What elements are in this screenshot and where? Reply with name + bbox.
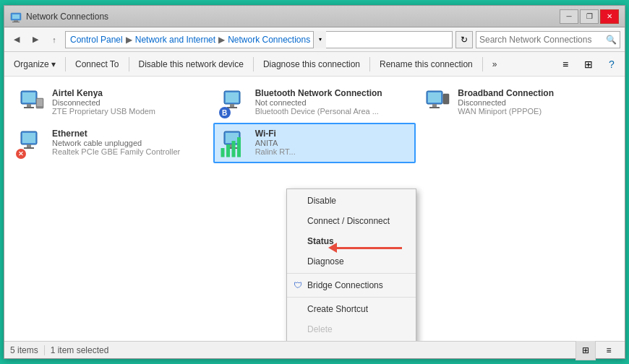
- svg-rect-17: [429, 107, 440, 108]
- svg-rect-3: [12, 22, 20, 22]
- content-area: Airtel Kenya Disconnected ZTE Proprietar…: [4, 77, 625, 341]
- address-dropdown-btn[interactable]: ▾: [313, 31, 326, 48]
- ethernet-info: Ethernet Network cable unplugged Realtek…: [52, 129, 206, 156]
- bluetooth-status: Not connected: [255, 98, 409, 107]
- title-bar-left: Network Connections: [10, 11, 108, 22]
- title-bar: Network Connections ─ ❐ ✕: [4, 6, 625, 27]
- rename-button[interactable]: Rename this connection: [373, 54, 479, 74]
- bluetooth-info: Bluetooth Network Connection Not connect…: [255, 88, 409, 116]
- breadcrumb-control-panel[interactable]: Control Panel: [70, 35, 123, 45]
- ctx-sep-1: [287, 273, 416, 274]
- ethernet-disconnect-badge: ✕: [16, 149, 26, 159]
- context-menu: Disable Connect / Disconnect Status Diag…: [286, 188, 416, 341]
- svg-rect-29: [231, 141, 235, 157]
- diagnose-button[interactable]: Diagnose this connection: [257, 54, 367, 74]
- connection-wifi[interactable]: Wi-Fi ANITA Ralink RT...: [213, 123, 416, 163]
- ctx-bridge-label: Bridge Connections: [307, 280, 383, 290]
- view-details-button[interactable]: ≡: [555, 54, 575, 74]
- airtel-icon: [17, 88, 46, 117]
- address-bar: ◀ ▶ ↑ Control Panel ▶ Network and Intern…: [4, 27, 625, 52]
- toolbar-right: ≡ ⊞ ?: [555, 54, 622, 74]
- ctx-bridge[interactable]: 🛡 Bridge Connections: [287, 275, 416, 295]
- wifi-name: Wi-Fi: [255, 129, 409, 139]
- toolbar: Organize ▾ Connect To Disable this netwo…: [4, 52, 625, 77]
- search-box[interactable]: 🔍: [476, 31, 620, 48]
- svg-rect-9: [37, 99, 43, 106]
- arrow-line: [337, 247, 402, 249]
- airtel-info: Airtel Kenya Disconnected ZTE Proprietar…: [52, 88, 206, 116]
- svg-rect-16: [432, 104, 437, 107]
- status-arrow: [328, 243, 402, 253]
- refresh-button[interactable]: ↻: [455, 31, 473, 48]
- ctx-rename[interactable]: 🛡 Rename: [287, 339, 416, 341]
- connection-bluetooth[interactable]: B Bluetooth Network Connection Not conne…: [213, 82, 416, 123]
- address-input[interactable]: Control Panel ▶ Network and Internet ▶ N…: [65, 31, 453, 48]
- svg-rect-18: [443, 94, 449, 104]
- status-view-list[interactable]: ⊞: [575, 340, 596, 360]
- bluetooth-device: Bluetooth Device (Personal Area ...: [255, 107, 409, 116]
- bluetooth-name: Bluetooth Network Connection: [255, 88, 409, 98]
- svg-rect-28: [226, 144, 230, 157]
- disable-button[interactable]: Disable this network device: [132, 54, 250, 74]
- bluetooth-badge: B: [219, 107, 231, 118]
- svg-rect-27: [221, 148, 224, 157]
- ctx-connect-label: Connect / Disconnect: [307, 216, 390, 226]
- connection-ethernet[interactable]: ✕ Ethernet Network cable unplugged Realt…: [10, 123, 213, 163]
- ethernet-icon: ✕: [17, 129, 46, 157]
- ethernet-device: Realtek PCIe GBE Family Controller: [52, 147, 206, 156]
- forward-button[interactable]: ▶: [27, 32, 43, 48]
- close-button[interactable]: ✕: [600, 9, 619, 24]
- ctx-sep-2: [287, 297, 416, 298]
- connect-to-button[interactable]: Connect To: [69, 54, 126, 74]
- broadband-status: Disconnected: [458, 98, 612, 107]
- view-tiles-button[interactable]: ⊞: [578, 54, 599, 74]
- back-button[interactable]: ◀: [9, 32, 25, 48]
- arrow-head: [328, 243, 337, 253]
- broadband-info: Broadband Connection Disconnected WAN Mi…: [458, 88, 612, 116]
- ctx-diagnose[interactable]: Diagnose: [287, 251, 416, 272]
- up-button[interactable]: ↑: [46, 32, 62, 48]
- connection-airtel[interactable]: Airtel Kenya Disconnected ZTE Proprietar…: [10, 82, 213, 123]
- ctx-delete-label: Delete: [307, 324, 333, 334]
- ctx-shortcut[interactable]: Create Shortcut: [287, 299, 416, 319]
- wifi-info: Wi-Fi ANITA Ralink RT...: [255, 129, 409, 156]
- toolbar-sep-2: [129, 57, 129, 72]
- ctx-connect-disconnect[interactable]: Connect / Disconnect: [287, 211, 416, 231]
- minimize-button[interactable]: ─: [560, 9, 578, 24]
- breadcrumb-network-connections[interactable]: Network Connections: [228, 35, 310, 45]
- svg-rect-15: [428, 92, 441, 103]
- svg-rect-5: [22, 92, 35, 103]
- svg-rect-11: [226, 92, 239, 103]
- svg-rect-30: [237, 137, 241, 157]
- organize-button[interactable]: Organize ▾: [7, 54, 62, 74]
- airtel-device: ZTE Proprietary USB Modem: [52, 107, 206, 116]
- status-separator: [44, 345, 45, 355]
- help-button[interactable]: ?: [602, 54, 622, 74]
- wifi-icon: [221, 129, 249, 157]
- svg-rect-7: [24, 107, 34, 108]
- connection-broadband[interactable]: Broadband Connection Disconnected WAN Mi…: [416, 82, 619, 123]
- window-icon: [10, 11, 22, 22]
- ctx-disable[interactable]: Disable: [287, 191, 416, 211]
- title-bar-controls: ─ ❐ ✕: [560, 9, 619, 24]
- broadband-icon: [423, 88, 452, 117]
- main-window: Network Connections ─ ❐ ✕ ◀ ▶ ↑ Control …: [4, 5, 625, 359]
- svg-rect-1: [12, 14, 20, 19]
- wifi-status: ANITA: [255, 139, 409, 147]
- connections-grid: Airtel Kenya Disconnected ZTE Proprietar…: [4, 77, 625, 169]
- ctx-diagnose-label: Diagnose: [307, 256, 344, 266]
- more-button[interactable]: »: [486, 54, 504, 74]
- ctx-delete: Delete: [287, 319, 416, 339]
- breadcrumb-network-internet[interactable]: Network and Internet: [135, 35, 215, 45]
- airtel-name: Airtel Kenya: [52, 88, 206, 98]
- svg-rect-2: [14, 20, 18, 22]
- status-view-details[interactable]: ≡: [599, 340, 619, 360]
- wifi-signal-icon: [219, 130, 248, 159]
- selected-text: 1 item selected: [51, 345, 109, 355]
- search-input[interactable]: [479, 35, 606, 45]
- broadband-device: WAN Miniport (PPPOE): [458, 107, 612, 116]
- svg-rect-6: [27, 104, 31, 107]
- search-icon: 🔍: [606, 35, 617, 45]
- ethernet-status: Network cable unplugged: [52, 139, 206, 147]
- restore-button[interactable]: ❐: [580, 9, 599, 24]
